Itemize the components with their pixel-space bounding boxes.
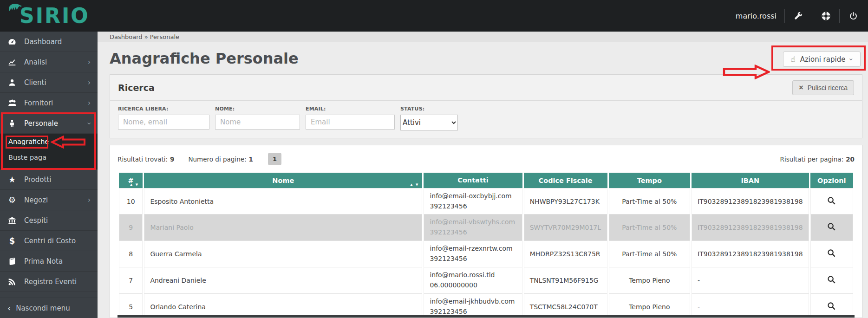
cell-email: info@email-jkhbudvb.com — [430, 297, 516, 307]
rss-icon — [7, 278, 17, 286]
dollar-icon: $ — [7, 237, 17, 245]
divider — [812, 9, 812, 23]
app-window: SIRIO mario.rossi — [0, 0, 868, 318]
cell-iban: - — [692, 267, 809, 294]
sidebar-item-label: Dashboard — [24, 38, 62, 46]
submenu-item-label: Anagrafiche — [8, 138, 49, 145]
results-panel: Risultati trovati: 9 Numero di pagine: 1… — [110, 145, 862, 318]
search-panel: Ricerca × Pulisci ricerca RICERCA LIBERA… — [110, 74, 862, 138]
hide-menu-label: Nascondi menu — [16, 304, 70, 312]
cell-phone: 392123456 — [430, 227, 516, 238]
status-field: STATUS: Attivi — [400, 102, 458, 130]
sidebar-item-registro-eventi[interactable]: Registro Eventi — [0, 272, 98, 292]
cell-fiscal-code: SWYTVR70M29M017L — [524, 214, 607, 241]
sidebar-item-label: Prima Nota — [24, 257, 63, 266]
status-select[interactable]: Attivi — [400, 115, 458, 130]
cell-options — [810, 188, 853, 214]
free-search-label: RICERCA LIBERA: — [118, 106, 209, 112]
view-details-button[interactable] — [827, 222, 836, 233]
hand-pointer-icon: ☝ — [791, 55, 796, 64]
sidebar-item-centri-di-costo[interactable]: $ Centri di Costo — [0, 231, 98, 251]
sidebar-item-label: Prodotti — [24, 175, 51, 184]
sidebar-item-cespiti[interactable]: Cespiti — [0, 210, 98, 231]
gear-icon: ⚙ — [7, 196, 17, 204]
sidebar-item-prodotti[interactable]: ★ Prodotti — [0, 169, 98, 190]
quick-actions-button[interactable]: ☝ Azioni rapide › — [783, 52, 861, 67]
chart-line-icon — [7, 58, 17, 66]
view-details-button[interactable] — [827, 249, 836, 259]
clear-search-button[interactable]: × Pulisci ricerca — [792, 80, 854, 95]
life-ring-icon[interactable] — [820, 10, 831, 21]
view-details-button[interactable] — [827, 275, 836, 286]
pages-count-label: Numero di pagine: — [188, 156, 246, 163]
chevron-right-icon: › — [88, 58, 91, 66]
wrench-icon[interactable] — [793, 10, 804, 21]
cell-options — [810, 267, 853, 294]
view-details-button[interactable] — [827, 196, 836, 207]
breadcrumb-text: Dashboard » Personale — [110, 33, 179, 40]
results-found-value: 9 — [170, 156, 174, 163]
chevron-right-icon: › — [88, 99, 91, 107]
per-page-label: Risultati per pagina: — [780, 156, 844, 163]
name-input[interactable] — [215, 115, 300, 130]
clear-search-label: Pulisci ricerca — [808, 84, 848, 91]
col-header-id[interactable]: # ▲ ▼ — [119, 173, 143, 188]
sidebar-item-fornitori[interactable]: Fornitori › — [0, 93, 98, 113]
sidebar-item-label: Registro Eventi — [24, 278, 77, 286]
cell-id: 10 — [119, 188, 143, 214]
submenu-item-anagrafiche[interactable]: Anagrafiche — [0, 134, 98, 149]
cell-id: 7 — [119, 267, 143, 294]
cell-email: info@mario.rossi.tld — [430, 270, 516, 280]
personnel-table: # ▲ ▼ Nome ▲ ▼ Contatti Codice Fiscale T… — [117, 173, 855, 318]
cell-contact: info@email-oxcbybjj.com 392123456 — [424, 188, 522, 214]
free-search-input[interactable] — [118, 115, 209, 130]
close-icon: × — [799, 84, 803, 91]
next-row-cutoff — [117, 315, 855, 318]
email-input[interactable] — [306, 115, 395, 130]
submenu-item-label: Buste paga — [8, 154, 46, 161]
cell-options — [810, 241, 853, 267]
col-header-nome[interactable]: Nome ▲ ▼ — [144, 173, 422, 188]
cell-tempo: Part-Time al 50% — [609, 188, 691, 214]
users-icon — [7, 98, 17, 107]
search-panel-title: Ricerca — [118, 83, 155, 93]
page-1-button[interactable]: 1 — [268, 153, 281, 165]
cell-options — [810, 214, 853, 241]
hide-menu-button[interactable]: ‹ Nascondi menu — [0, 298, 98, 318]
sidebar-item-dashboard[interactable]: Dashboard — [0, 32, 98, 52]
sidebar-item-clienti[interactable]: Clienti › — [0, 72, 98, 93]
cell-contact: info@email-rzexnrtw.com 392123456 — [424, 241, 522, 267]
username[interactable]: mario.rossi — [736, 12, 777, 20]
free-search-field: RICERCA LIBERA: — [118, 102, 209, 130]
personale-submenu: Anagrafiche Buste paga — [0, 134, 98, 169]
email-label: EMAIL: — [306, 106, 395, 112]
user-icon — [7, 78, 17, 87]
cell-name: Guerra Carmela — [144, 241, 422, 267]
sort-icons[interactable]: ▲ ▼ — [410, 183, 419, 187]
view-details-button[interactable] — [827, 302, 836, 312]
sirio-logo[interactable]: SIRIO — [0, 2, 121, 30]
search-form: RICERCA LIBERA: NOME: EMAIL: STATUS: — [110, 101, 862, 138]
sidebar-item-label: Analisi — [24, 58, 47, 66]
cell-iban: IT903289123891823981938198 — [692, 188, 809, 214]
cell-fiscal-code: TNLSNT91M56F915G — [524, 267, 607, 294]
table-row: 8 Guerra Carmela info@email-rzexnrtw.com… — [119, 241, 853, 267]
sort-icons[interactable]: ▲ ▼ — [130, 183, 139, 187]
divider — [784, 9, 785, 23]
email-field: EMAIL: — [306, 102, 395, 130]
sidebar-item-negozi[interactable]: ⚙ Negozi › — [0, 190, 98, 210]
col-header-tempo: Tempo — [609, 173, 691, 188]
page-title: Anagrafiche Personale — [110, 50, 299, 67]
sidebar-item-personale[interactable]: Personale › — [0, 113, 98, 134]
breadcrumb[interactable]: Dashboard » Personale — [98, 32, 868, 42]
power-icon[interactable] — [848, 10, 859, 21]
sidebar-item-analisi[interactable]: Analisi › — [0, 52, 98, 72]
divider — [839, 9, 840, 23]
submenu-item-buste-paga[interactable]: Buste paga — [0, 149, 98, 165]
page-header: Anagrafiche Personale ☝ Azioni rapide › — [98, 42, 868, 74]
sidebar-item-prima-nota[interactable]: Prima Nota — [0, 251, 98, 272]
col-header-contatti: Contatti — [424, 173, 522, 188]
chevron-right-icon: › — [88, 78, 91, 87]
cell-iban: IT903289123891823981938198 — [692, 214, 809, 241]
cell-fiscal-code: MHDRPZ32S13C875R — [524, 241, 607, 267]
